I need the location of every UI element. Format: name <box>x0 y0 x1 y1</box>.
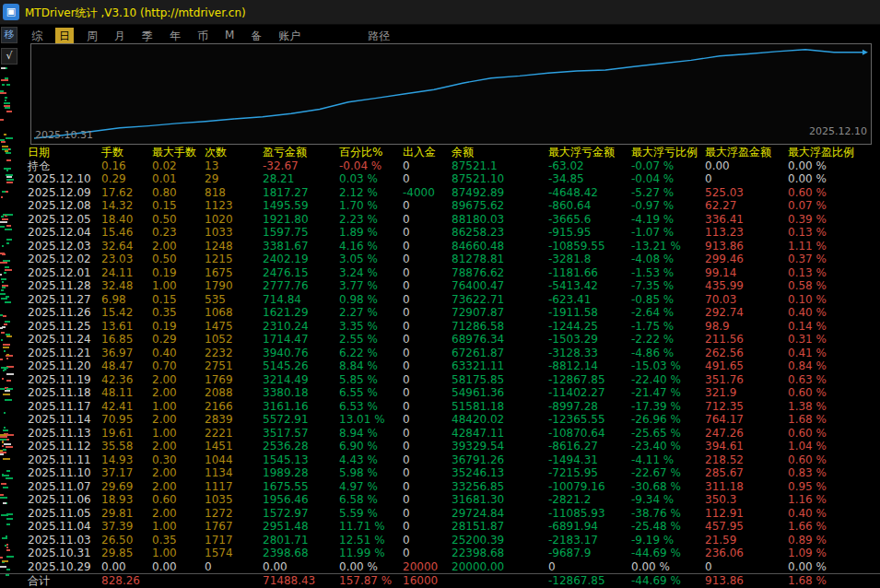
table-row[interactable]: 2025.11.1942.362.0017693214.495.85 %0581… <box>0 373 880 387</box>
cell: 262.56 <box>705 347 788 360</box>
cell: 5.59 % <box>339 507 403 521</box>
cell: 0 <box>403 306 452 320</box>
cell: -11085.93 <box>548 507 631 521</box>
table-row[interactable]: 2025.12.0124.110.1916752476.153.24 %0788… <box>0 266 880 280</box>
table-row[interactable]: 2025.12.0814.320.1511231495.591.70 %0896… <box>0 199 880 213</box>
table-row[interactable]: 持仓0.160.0213-32.67-0.04 %087521.1-63.02-… <box>0 159 880 173</box>
table-row[interactable]: 2025.11.2615.420.3510681621.292.27 %0729… <box>0 306 880 320</box>
table-row[interactable]: 2025.11.2832.481.0017902777.763.77 %0764… <box>0 279 880 293</box>
column-header: 手数 <box>101 146 152 159</box>
cell: 2025.11.07 <box>28 480 101 494</box>
total-row[interactable]: 合计828.2671488.43157.87 %16000-12867.85-4… <box>0 573 880 588</box>
menu-item-2[interactable]: 日 <box>55 28 74 44</box>
cell: 72907.87 <box>452 306 548 320</box>
cell: 0.13 % <box>788 266 880 280</box>
cell: 8.84 % <box>339 359 403 373</box>
cell: 1052 <box>205 333 263 347</box>
column-header: 盈亏金额 <box>263 146 339 159</box>
check-tool-icon[interactable]: √ <box>1 48 18 65</box>
table-row[interactable]: 2025.10.3129.851.0015742398.6811.99 %022… <box>0 547 880 560</box>
cell: 1134 <box>205 466 263 480</box>
column-header: 最大浮盈比例 <box>788 146 880 159</box>
table-row[interactable]: 2025.12.0917.620.808181817.272.12 %-4000… <box>0 186 880 200</box>
table-row[interactable]: 2025.11.2136.970.4022323940.766.22 %0672… <box>0 347 880 360</box>
cell: 457.95 <box>705 520 788 534</box>
table-row[interactable]: 2025.11.1114.930.3010441545.134.43 %0367… <box>0 453 880 467</box>
pan-tool-icon[interactable]: 移 <box>1 27 18 43</box>
menu-item-4[interactable]: 月 <box>111 28 129 44</box>
table-row[interactable]: 2025.10.290.000.0000.000.00 %2000020000.… <box>0 560 880 574</box>
column-header: 最大浮亏比例 <box>631 146 705 159</box>
cell: 1572.97 <box>263 507 339 521</box>
menu-item-5[interactable]: 季 <box>138 28 157 44</box>
cell: -9.34 % <box>631 493 705 507</box>
cell: 1.00 <box>152 520 205 534</box>
table-row[interactable]: 2025.11.1037.172.0011341989.285.98 %0352… <box>0 466 880 480</box>
table-row[interactable]: 2025.11.1235.582.0014512536.286.90 %0393… <box>0 440 880 453</box>
table-row[interactable]: 2025.11.1742.411.0021663161.166.53 %0515… <box>0 400 880 414</box>
table-row[interactable]: 2025.12.0223.030.5012152402.193.05 %0812… <box>0 253 880 266</box>
cell: -4.86 % <box>631 347 705 360</box>
cell: 3.24 % <box>339 266 403 280</box>
cell: 714.84 <box>263 293 339 307</box>
menu-item-11[interactable]: 路径 <box>364 28 393 44</box>
table-row[interactable]: 2025.11.1319.611.0022213517.578.94 %0428… <box>0 427 880 441</box>
table-row[interactable]: 2025.12.0518.400.5010201921.802.23 %0881… <box>0 213 880 227</box>
cell: 78876.62 <box>452 266 548 280</box>
cell: 14.32 <box>101 199 152 213</box>
cell: 2221 <box>205 427 263 441</box>
cell: 1495.59 <box>263 199 339 213</box>
cell: 0 <box>403 172 452 186</box>
table-row[interactable]: 2025.11.2416.850.2910521714.472.55 %0689… <box>0 333 880 347</box>
cell: -5413.42 <box>548 279 631 293</box>
cell: 0.50 <box>152 213 205 227</box>
cell: -3665.6 <box>548 213 631 227</box>
column-header: 最大浮盈金额 <box>705 146 788 159</box>
cell: 11.99 % <box>339 547 403 560</box>
cell: 15.46 <box>101 226 152 240</box>
cell: 98.9 <box>705 320 788 334</box>
menu-item-1[interactable]: 综 <box>28 28 46 44</box>
cell: 112.91 <box>705 507 788 521</box>
cell: 2025.10.29 <box>28 560 101 574</box>
menu-item-7[interactable]: 币 <box>194 28 212 44</box>
cell: -9.19 % <box>631 534 705 547</box>
cell: -13.21 % <box>631 240 705 253</box>
table-row[interactable]: 2025.11.0729.692.0011171675.554.97 %0332… <box>0 480 880 494</box>
cell: 1956.46 <box>263 493 339 507</box>
table-row[interactable]: 2025.11.0326.500.3517172801.7112.51 %025… <box>0 534 880 547</box>
cell: 2025.11.27 <box>28 293 101 307</box>
table-row[interactable]: 2025.11.1848.112.0020883380.186.55 %0549… <box>0 386 880 400</box>
cell: 2025.12.02 <box>28 253 101 266</box>
menu-item-9[interactable]: 备 <box>247 28 265 44</box>
table-row[interactable]: 2025.11.276.980.15535714.840.98 %073622.… <box>0 293 880 307</box>
table-row[interactable]: 2025.11.2513.610.1914752310.243.35 %0712… <box>0 320 880 334</box>
cell: 15.42 <box>101 306 152 320</box>
cell: 2.23 % <box>339 213 403 227</box>
cell: 2025.11.25 <box>28 320 101 334</box>
cell: 1714.47 <box>263 333 339 347</box>
table-row[interactable]: 2025.11.0618.930.6010351956.466.58 %0316… <box>0 493 880 507</box>
cell: 2025.11.06 <box>28 493 101 507</box>
cell: 0.80 <box>152 186 205 200</box>
cell: 20000 <box>403 560 452 574</box>
cell: 0.00 % <box>631 560 705 574</box>
menu-item-6[interactable]: 年 <box>166 28 184 44</box>
table-row[interactable]: 2025.11.0529.812.0012721572.975.59 %0297… <box>0 507 880 521</box>
cell: 2025.12.01 <box>28 266 101 280</box>
cell: -63.02 <box>548 159 631 173</box>
table-row[interactable]: 2025.11.0437.391.0017672951.4811.71 %028… <box>0 520 880 534</box>
table-row[interactable]: 2025.11.2048.470.7027515145.268.84 %0633… <box>0 359 880 373</box>
menu-item-3[interactable]: 周 <box>83 28 101 44</box>
table-row[interactable]: 2025.12.0415.460.2310331597.751.89 %0862… <box>0 226 880 240</box>
cell: 2025.11.28 <box>28 279 101 293</box>
cell: 1035 <box>205 493 263 507</box>
menu-item-10[interactable]: 账户 <box>275 28 304 44</box>
table-row[interactable]: 2025.11.1470.952.0028395572.9113.01 %048… <box>0 413 880 427</box>
table-row[interactable]: 2025.12.0332.642.0012483381.674.16 %0846… <box>0 240 880 253</box>
cell: -44.69 % <box>631 574 705 588</box>
cell: 0.15 <box>152 199 205 213</box>
cell: 2025.11.03 <box>28 534 101 547</box>
table-row[interactable]: 2025.12.100.290.012928.210.03 %087521.10… <box>0 172 880 186</box>
menu-item-8[interactable]: M <box>221 28 238 44</box>
